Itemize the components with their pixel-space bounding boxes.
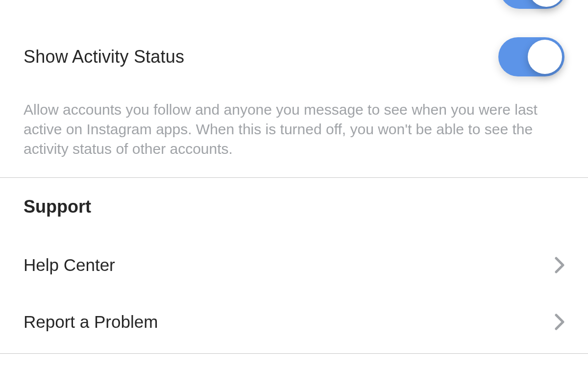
chevron-right-icon bbox=[555, 257, 564, 273]
chevron-right-icon bbox=[555, 314, 564, 330]
list-item-label: Help Center bbox=[24, 255, 115, 275]
activity-status-row: Show Activity Status bbox=[0, 37, 588, 76]
support-section-header: Support bbox=[0, 196, 588, 217]
toggle-knob bbox=[528, 40, 562, 74]
section-separator bbox=[0, 177, 588, 178]
section-separator bbox=[0, 353, 588, 354]
toggle-knob bbox=[529, 0, 564, 7]
report-problem-row[interactable]: Report a Problem bbox=[0, 294, 588, 350]
activity-status-toggle[interactable] bbox=[498, 37, 564, 76]
list-item-label: Report a Problem bbox=[24, 312, 158, 332]
previous-setting-toggle[interactable] bbox=[500, 0, 566, 9]
support-list: Help Center Report a Problem bbox=[0, 237, 588, 350]
activity-status-title: Show Activity Status bbox=[24, 47, 184, 67]
help-center-row[interactable]: Help Center bbox=[0, 237, 588, 294]
activity-status-description: Allow accounts you follow and anyone you… bbox=[0, 100, 568, 159]
